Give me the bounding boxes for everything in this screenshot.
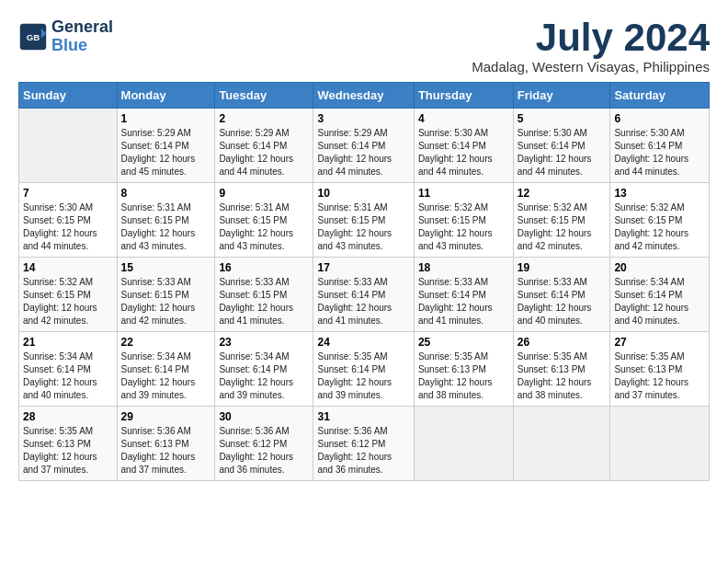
day-number: 13 [614,187,705,200]
calendar-cell [610,407,710,481]
header-cell-tuesday: Tuesday [215,83,313,109]
day-info: Sunrise: 5:35 AM Sunset: 6:13 PM Dayligh… [418,350,509,402]
day-number: 18 [418,261,509,274]
calendar-cell: 24Sunrise: 5:35 AM Sunset: 6:14 PM Dayli… [313,332,414,407]
day-number: 25 [418,336,509,349]
day-number: 15 [121,261,211,274]
day-number: 14 [23,261,113,274]
day-number: 3 [317,112,409,125]
day-number: 31 [317,410,409,423]
day-info: Sunrise: 5:33 AM Sunset: 6:14 PM Dayligh… [518,276,607,327]
header-cell-monday: Monday [117,83,215,109]
calendar-cell: 26Sunrise: 5:35 AM Sunset: 6:13 PM Dayli… [513,332,610,407]
calendar-cell: 13Sunrise: 5:32 AM Sunset: 6:15 PM Dayli… [610,183,710,258]
header-cell-sunday: Sunday [19,83,118,109]
month-title: July 2024 [472,18,710,57]
day-number: 29 [121,410,211,423]
day-number: 2 [219,112,309,125]
calendar-cell: 25Sunrise: 5:35 AM Sunset: 6:13 PM Dayli… [414,332,513,407]
day-info: Sunrise: 5:33 AM Sunset: 6:15 PM Dayligh… [121,276,211,327]
day-number: 21 [23,336,113,349]
calendar-cell: 22Sunrise: 5:34 AM Sunset: 6:14 PM Dayli… [117,332,215,407]
day-number: 12 [518,187,607,200]
calendar-cell: 12Sunrise: 5:32 AM Sunset: 6:15 PM Dayli… [513,183,610,258]
calendar-cell: 2Sunrise: 5:29 AM Sunset: 6:14 PM Daylig… [215,109,313,183]
day-info: Sunrise: 5:30 AM Sunset: 6:14 PM Dayligh… [518,127,607,178]
day-info: Sunrise: 5:29 AM Sunset: 6:14 PM Dayligh… [317,127,409,178]
header-cell-thursday: Thursday [414,83,513,109]
day-info: Sunrise: 5:36 AM Sunset: 6:12 PM Dayligh… [219,425,309,477]
calendar-cell: 15Sunrise: 5:33 AM Sunset: 6:15 PM Dayli… [117,258,215,332]
day-info: Sunrise: 5:30 AM Sunset: 6:14 PM Dayligh… [614,127,705,178]
day-info: Sunrise: 5:30 AM Sunset: 6:15 PM Dayligh… [23,201,113,253]
calendar-cell: 14Sunrise: 5:32 AM Sunset: 6:15 PM Dayli… [19,258,118,332]
day-number: 10 [317,187,409,200]
day-number: 6 [614,112,705,125]
calendar-cell: 6Sunrise: 5:30 AM Sunset: 6:14 PM Daylig… [610,109,710,183]
logo-line2: Blue [51,36,87,54]
calendar-cell: 5Sunrise: 5:30 AM Sunset: 6:14 PM Daylig… [513,109,610,183]
day-number: 16 [219,261,309,274]
day-number: 24 [317,336,409,349]
day-info: Sunrise: 5:29 AM Sunset: 6:14 PM Dayligh… [219,127,309,178]
calendar-cell: 4Sunrise: 5:30 AM Sunset: 6:14 PM Daylig… [414,109,513,183]
calendar-row: 28Sunrise: 5:35 AM Sunset: 6:13 PM Dayli… [19,407,710,481]
calendar-cell: 3Sunrise: 5:29 AM Sunset: 6:14 PM Daylig… [313,109,414,183]
location-subtitle: Madalag, Western Visayas, Philippines [472,59,710,75]
calendar-cell: 16Sunrise: 5:33 AM Sunset: 6:15 PM Dayli… [215,258,313,332]
calendar-row: 21Sunrise: 5:34 AM Sunset: 6:14 PM Dayli… [19,332,710,407]
logo-icon: GB [18,22,48,52]
day-info: Sunrise: 5:32 AM Sunset: 6:15 PM Dayligh… [614,201,705,253]
day-number: 11 [418,187,509,200]
title-block: July 2024 Madalag, Western Visayas, Phil… [472,18,710,75]
day-info: Sunrise: 5:34 AM Sunset: 6:14 PM Dayligh… [121,350,211,402]
calendar-row: 1Sunrise: 5:29 AM Sunset: 6:14 PM Daylig… [19,109,710,183]
calendar-cell: 29Sunrise: 5:36 AM Sunset: 6:13 PM Dayli… [117,407,215,481]
day-info: Sunrise: 5:32 AM Sunset: 6:15 PM Dayligh… [518,201,607,253]
day-info: Sunrise: 5:35 AM Sunset: 6:13 PM Dayligh… [614,350,705,402]
header-cell-saturday: Saturday [610,83,710,109]
calendar-cell: 11Sunrise: 5:32 AM Sunset: 6:15 PM Dayli… [414,183,513,258]
day-number: 23 [219,336,309,349]
calendar-cell: 27Sunrise: 5:35 AM Sunset: 6:13 PM Dayli… [610,332,710,407]
logo-line1: General [51,17,113,36]
calendar-cell: 23Sunrise: 5:34 AM Sunset: 6:14 PM Dayli… [215,332,313,407]
calendar-cell [19,109,118,183]
svg-text:GB: GB [27,31,40,41]
page-header: GB General Blue July 2024 Madalag, Weste… [18,18,710,75]
day-number: 8 [121,187,211,200]
day-info: Sunrise: 5:34 AM Sunset: 6:14 PM Dayligh… [614,276,705,327]
day-number: 9 [219,187,309,200]
day-info: Sunrise: 5:33 AM Sunset: 6:14 PM Dayligh… [418,276,509,327]
day-number: 17 [317,261,409,274]
day-info: Sunrise: 5:33 AM Sunset: 6:14 PM Dayligh… [317,276,409,327]
calendar-row: 14Sunrise: 5:32 AM Sunset: 6:15 PM Dayli… [19,258,710,332]
calendar-cell: 28Sunrise: 5:35 AM Sunset: 6:13 PM Dayli… [19,407,118,481]
day-number: 5 [518,112,607,125]
day-number: 30 [219,410,309,423]
day-info: Sunrise: 5:33 AM Sunset: 6:15 PM Dayligh… [219,276,309,327]
calendar-cell: 17Sunrise: 5:33 AM Sunset: 6:14 PM Dayli… [313,258,414,332]
day-number: 7 [23,187,113,200]
day-info: Sunrise: 5:36 AM Sunset: 6:12 PM Dayligh… [317,425,409,477]
calendar-cell: 7Sunrise: 5:30 AM Sunset: 6:15 PM Daylig… [19,183,118,258]
day-number: 4 [418,112,509,125]
day-number: 20 [614,261,705,274]
day-info: Sunrise: 5:32 AM Sunset: 6:15 PM Dayligh… [418,201,509,253]
day-info: Sunrise: 5:34 AM Sunset: 6:14 PM Dayligh… [219,350,309,402]
calendar-cell: 1Sunrise: 5:29 AM Sunset: 6:14 PM Daylig… [117,109,215,183]
logo: GB General Blue [18,18,113,55]
calendar-body: 1Sunrise: 5:29 AM Sunset: 6:14 PM Daylig… [19,109,710,481]
day-number: 1 [121,112,211,125]
day-info: Sunrise: 5:32 AM Sunset: 6:15 PM Dayligh… [23,276,113,327]
calendar-cell: 20Sunrise: 5:34 AM Sunset: 6:14 PM Dayli… [610,258,710,332]
calendar-header: SundayMondayTuesdayWednesdayThursdayFrid… [19,83,710,109]
day-info: Sunrise: 5:31 AM Sunset: 6:15 PM Dayligh… [317,201,409,253]
day-info: Sunrise: 5:35 AM Sunset: 6:13 PM Dayligh… [518,350,607,402]
day-info: Sunrise: 5:35 AM Sunset: 6:14 PM Dayligh… [317,350,409,402]
header-cell-friday: Friday [513,83,610,109]
day-info: Sunrise: 5:36 AM Sunset: 6:13 PM Dayligh… [121,425,211,477]
calendar-table: SundayMondayTuesdayWednesdayThursdayFrid… [18,82,710,481]
calendar-cell: 9Sunrise: 5:31 AM Sunset: 6:15 PM Daylig… [215,183,313,258]
calendar-cell: 30Sunrise: 5:36 AM Sunset: 6:12 PM Dayli… [215,407,313,481]
